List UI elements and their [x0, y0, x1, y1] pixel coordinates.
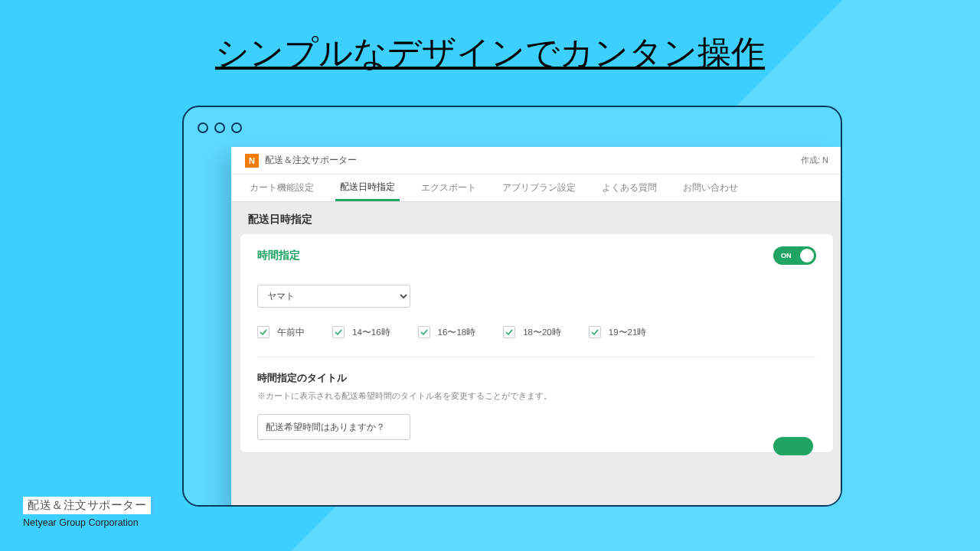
slot-label: 16〜18時 [438, 327, 476, 338]
slot-label: 18〜20時 [523, 327, 561, 338]
tab-delivery-datetime[interactable]: 配送日時指定 [335, 174, 400, 201]
time-title-label: 時間指定のタイトル [257, 371, 816, 385]
company-name: Netyear Group Corporation [23, 517, 154, 528]
checkbox[interactable] [503, 326, 515, 338]
window-controls [198, 122, 242, 133]
time-slot-am: 午前中 [257, 326, 305, 338]
app-title: 配送＆注文サポーター [265, 154, 357, 167]
checkbox[interactable] [418, 326, 430, 338]
time-section-title: 時間指定 [257, 249, 300, 262]
tab-faq[interactable]: よくある質問 [597, 174, 662, 201]
checkbox[interactable] [589, 326, 601, 338]
time-slot-row: 午前中 14〜16時 16〜18時 [257, 326, 816, 357]
toggle-on-label: ON [781, 252, 792, 259]
tab-app-plan[interactable]: アプリプラン設定 [498, 174, 580, 201]
tab-contact[interactable]: お問い合わせ [678, 174, 743, 201]
secondary-toggle[interactable] [773, 437, 813, 455]
footer-brand: 配送＆注文サポーター Netyear Group Corporation [23, 497, 154, 528]
check-icon [420, 328, 428, 336]
window-dot[interactable] [231, 122, 242, 133]
browser-window: N 配送＆注文サポーター 作成: N カート機能設定 配送日時指定 エクスポート… [182, 106, 842, 507]
time-slot-19-21: 19〜21時 [589, 326, 647, 338]
app-author-label: 作成: N [801, 155, 828, 166]
tab-export[interactable]: エクスポート [416, 174, 481, 201]
page-title: 配送日時指定 [231, 202, 842, 234]
product-name: 配送＆注文サポーター [23, 497, 154, 514]
time-section-card: 時間指定 ON ヤマト 午前中 [240, 234, 833, 452]
window-dot[interactable] [214, 122, 225, 133]
app-brand: N 配送＆注文サポーター [245, 154, 357, 168]
time-toggle[interactable]: ON [773, 246, 816, 265]
tab-bar: カート機能設定 配送日時指定 エクスポート アプリプラン設定 よくある質問 お問… [231, 174, 842, 202]
app-logo-icon: N [245, 154, 259, 168]
check-icon [505, 328, 513, 336]
window-dot[interactable] [198, 122, 208, 133]
check-icon [591, 328, 599, 336]
checkbox[interactable] [332, 326, 345, 338]
slot-label: 19〜21時 [609, 327, 647, 338]
carrier-select[interactable]: ヤマト [257, 285, 410, 308]
check-icon [335, 328, 342, 336]
slot-label: 14〜16時 [352, 327, 390, 338]
app-panel: N 配送＆注文サポーター 作成: N カート機能設定 配送日時指定 エクスポート… [231, 147, 842, 507]
time-slot-16-18: 16〜18時 [418, 326, 476, 338]
toggle-knob [800, 249, 814, 262]
check-icon [260, 328, 267, 336]
checkbox[interactable] [257, 326, 270, 338]
time-slot-18-20: 18〜20時 [503, 326, 561, 338]
time-title-input[interactable] [257, 414, 410, 440]
time-slot-14-16: 14〜16時 [332, 326, 390, 338]
slot-label: 午前中 [277, 327, 305, 338]
tab-cart-settings[interactable]: カート機能設定 [245, 174, 318, 201]
app-header: N 配送＆注文サポーター 作成: N [231, 147, 842, 174]
card-header: 時間指定 ON [257, 246, 816, 265]
time-title-description: ※カートに表示される配送希望時間のタイトル名を変更することができます。 [257, 391, 816, 402]
slide-headline: シンプルなデザインでカンタン操作 [215, 31, 765, 76]
